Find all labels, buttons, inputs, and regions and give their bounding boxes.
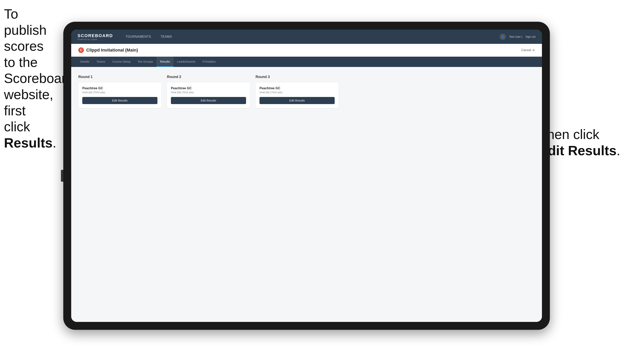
round-2-course: Peachtree GC — [171, 86, 246, 90]
close-icon: ✕ — [532, 48, 535, 52]
user-avatar: 👤 — [500, 33, 506, 40]
avatar-icon: 👤 — [501, 35, 504, 38]
round-3-title: Round 3 — [256, 75, 338, 79]
nav-tournaments[interactable]: TOURNAMENTS — [121, 30, 156, 44]
tab-leaderboards[interactable]: Leaderboards — [174, 57, 199, 67]
round-2-column: Round 2 Peachtree GC Gold (M) (7010 yds)… — [167, 75, 250, 108]
tabs-bar: Details Teams Course Setup Tee Groups Re… — [71, 57, 542, 67]
tablet-device: SCOREBOARD Powered by clippd TOURNAMENTS… — [63, 22, 550, 330]
tab-details[interactable]: Details — [77, 57, 93, 67]
edit-results-3-button[interactable]: Edit Results — [260, 97, 335, 104]
tablet-side-button — [61, 170, 63, 182]
tablet-screen: SCOREBOARD Powered by clippd TOURNAMENTS… — [71, 30, 542, 322]
tab-course-setup[interactable]: Course Setup — [109, 57, 134, 67]
round-3-column: Round 3 Peachtree GC Gold (M) (7010 yds)… — [256, 75, 338, 108]
round-1-card: Peachtree GC Gold (M) (7010 yds) Edit Re… — [78, 83, 162, 108]
round-2-details: Gold (M) (7010 yds) — [171, 91, 246, 94]
top-navigation: SCOREBOARD Powered by clippd TOURNAMENTS… — [71, 30, 542, 44]
user-info: Test User | — [509, 35, 522, 38]
round-3-details: Gold (M) (7010 yds) — [260, 91, 335, 94]
annotation-left: To publish scores to the Scoreboard webs… — [4, 6, 59, 151]
tab-results[interactable]: Results — [156, 57, 174, 67]
main-content: Round 1 Peachtree GC Gold (M) (7010 yds)… — [71, 67, 542, 322]
cancel-button[interactable]: Cancel ✕ — [521, 48, 535, 52]
round-1-details: Gold (M) (7010 yds) — [82, 91, 158, 94]
round-1-course: Peachtree GC — [82, 86, 158, 90]
tournament-header: C Clippd Invitational (Main) Cancel ✕ — [71, 44, 542, 57]
round-1-title: Round 1 — [78, 75, 162, 79]
round-4-empty — [344, 75, 427, 108]
tournament-title-row: C Clippd Invitational (Main) — [78, 47, 138, 53]
round-3-card: Peachtree GC Gold (M) (7010 yds) Edit Re… — [256, 83, 338, 108]
edit-results-2-button[interactable]: Edit Results — [171, 97, 246, 104]
tournament-name: Clippd Invitational (Main) — [86, 48, 138, 53]
round-1-column: Round 1 Peachtree GC Gold (M) (7010 yds)… — [78, 75, 162, 108]
logo-text: SCOREBOARD — [78, 33, 113, 38]
annotation-right: Then click Edit Results. — [539, 126, 620, 159]
tab-tee-groups[interactable]: Tee Groups — [134, 57, 157, 67]
rounds-grid: Round 1 Peachtree GC Gold (M) (7010 yds)… — [78, 75, 535, 108]
nav-teams[interactable]: TEAMS — [156, 30, 177, 44]
round-2-title: Round 2 — [167, 75, 250, 79]
tab-teams[interactable]: Teams — [93, 57, 109, 67]
edit-results-1-button[interactable]: Edit Results — [82, 97, 158, 104]
round-3-course: Peachtree GC — [260, 86, 335, 90]
logo-area: SCOREBOARD Powered by clippd — [78, 33, 113, 40]
round-2-card: Peachtree GC Gold (M) (7010 yds) Edit Re… — [167, 83, 250, 108]
nav-right: 👤 Test User | Sign out — [500, 33, 536, 40]
tab-printables[interactable]: Printables — [199, 57, 219, 67]
sign-out-link[interactable]: Sign out — [526, 35, 536, 38]
nav-links: TOURNAMENTS TEAMS — [121, 30, 500, 44]
tournament-icon: C — [78, 47, 84, 53]
cancel-label: Cancel — [521, 48, 531, 52]
logo-subtitle: Powered by clippd — [78, 38, 113, 40]
